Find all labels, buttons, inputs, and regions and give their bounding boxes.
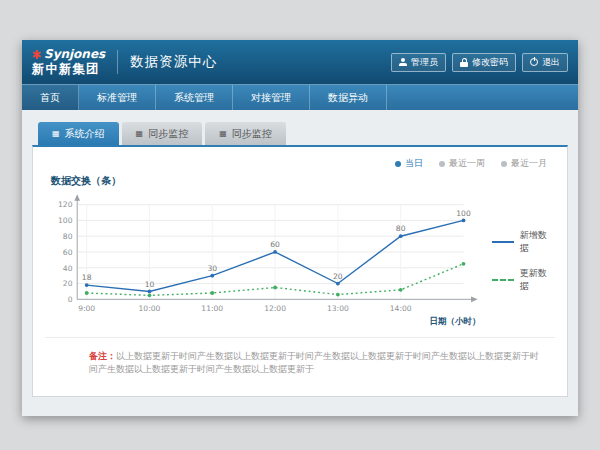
app-window: Synjones 新中新集团 数据资源中心 管理员 修改密码 退出 首页 标准管…: [22, 40, 578, 416]
dotted-line-icon: [492, 279, 514, 281]
header-divider: [117, 50, 118, 74]
line-chart: 0204060801001209:0010:0011:0012:0013:001…: [45, 192, 490, 329]
tab-bar: ▦ 系统介绍 ▦ 同步监控 ▦ 同步监控: [32, 122, 568, 145]
filter-label: 最近一周: [449, 157, 485, 170]
svg-text:30: 30: [207, 264, 217, 273]
footer-note: 备注：以上数据更新于时间产生数据以上数据更新于时间产生数据以上数据更新于时间产生…: [45, 337, 555, 390]
app-title: 数据资源中心: [130, 53, 217, 71]
svg-text:60: 60: [63, 248, 73, 257]
main-nav: 首页 标准管理 系统管理 对接管理 数据异动: [22, 84, 578, 110]
admin-button[interactable]: 管理员: [391, 53, 446, 72]
dot-icon: [439, 161, 445, 167]
svg-text:9:00: 9:00: [78, 304, 95, 313]
tab-sync-monitor-1[interactable]: ▦ 同步监控: [122, 122, 203, 145]
change-password-button[interactable]: 修改密码: [452, 53, 516, 72]
dot-icon: [395, 161, 401, 167]
filter-today[interactable]: 当日: [395, 157, 423, 170]
filter-label: 当日: [405, 157, 423, 170]
star-icon: [32, 50, 41, 59]
svg-text:20: 20: [63, 279, 73, 288]
header-actions: 管理员 修改密码 退出: [391, 53, 568, 72]
svg-text:100: 100: [456, 209, 471, 218]
tab-label: 同步监控: [232, 127, 272, 141]
svg-text:120: 120: [58, 200, 73, 209]
note-text: 以上数据更新于时间产生数据以上数据更新于时间产生数据以上数据更新于时间产生数据以…: [89, 351, 539, 374]
logo-text: Synjones: [44, 48, 105, 62]
svg-text:20: 20: [333, 272, 343, 281]
legend-label: 更新数据: [520, 267, 555, 293]
filter-last-month[interactable]: 最近一月: [501, 157, 547, 170]
logout-label: 退出: [542, 56, 560, 69]
tab-label: 系统介绍: [65, 127, 105, 141]
tab-sync-monitor-2[interactable]: ▦ 同步监控: [205, 122, 286, 145]
change-password-label: 修改密码: [472, 56, 508, 69]
svg-text:80: 80: [396, 224, 406, 233]
dot-icon: [501, 161, 507, 167]
grid-icon: ▦: [52, 130, 60, 138]
tab-system-intro[interactable]: ▦ 系统介绍: [38, 122, 119, 145]
company-name: 新中新集团: [32, 62, 105, 76]
svg-text:18: 18: [82, 273, 92, 282]
nav-item-system-mgmt[interactable]: 系统管理: [156, 85, 233, 110]
nav-item-home[interactable]: 首页: [22, 85, 79, 110]
logo-row: Synjones: [32, 48, 105, 62]
range-filters: 当日 最近一周 最近一月: [45, 157, 547, 170]
svg-text:100: 100: [58, 216, 73, 225]
legend-label: 新增数据: [520, 229, 555, 255]
svg-text:0: 0: [68, 295, 73, 304]
svg-text:80: 80: [63, 232, 73, 241]
filter-label: 最近一月: [511, 157, 547, 170]
power-icon: [530, 58, 538, 66]
grid-icon: ▦: [136, 130, 144, 138]
svg-text:11:00: 11:00: [201, 304, 223, 313]
svg-text:40: 40: [63, 264, 73, 273]
lock-icon: [460, 58, 468, 67]
svg-text:10:00: 10:00: [139, 304, 161, 313]
chart-card: 当日 最近一周 最近一月 数据交换（条） 0204060801001209:00…: [32, 145, 568, 397]
svg-text:60: 60: [270, 240, 280, 249]
user-icon: [399, 58, 407, 66]
app-header: Synjones 新中新集团 数据资源中心 管理员 修改密码 退出: [22, 40, 578, 84]
series-legend: 新增数据 更新数据: [492, 229, 555, 293]
y-axis-label: 数据交换（条）: [51, 174, 555, 188]
note-label: 备注：: [89, 351, 116, 361]
nav-item-integration-mgmt[interactable]: 对接管理: [233, 85, 310, 110]
svg-text:13:00: 13:00: [327, 304, 349, 313]
grid-icon: ▦: [219, 130, 227, 138]
svg-text:14:00: 14:00: [390, 304, 412, 313]
nav-item-data-changes[interactable]: 数据异动: [310, 85, 387, 110]
logout-button[interactable]: 退出: [522, 53, 568, 72]
brand-logo: Synjones 新中新集团: [32, 48, 105, 76]
legend-item-updated-data[interactable]: 更新数据: [492, 267, 555, 293]
legend-item-new-data[interactable]: 新增数据: [492, 229, 555, 255]
svg-text:12:00: 12:00: [264, 304, 286, 313]
svg-text:日期（小时）: 日期（小时）: [429, 316, 480, 326]
tab-label: 同步监控: [148, 127, 188, 141]
svg-text:10: 10: [145, 280, 155, 289]
filter-last-week[interactable]: 最近一周: [439, 157, 485, 170]
chart-row: 0204060801001209:0010:0011:0012:0013:001…: [45, 192, 555, 329]
solid-line-icon: [492, 241, 514, 243]
nav-item-standard-mgmt[interactable]: 标准管理: [79, 85, 156, 110]
admin-label: 管理员: [411, 56, 438, 69]
content-area: ▦ 系统介绍 ▦ 同步监控 ▦ 同步监控 当日 最近一周: [22, 110, 578, 416]
